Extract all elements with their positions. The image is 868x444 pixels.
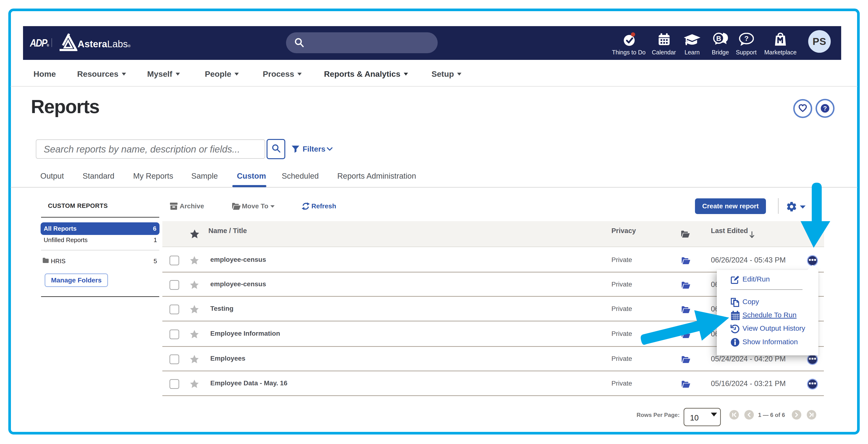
svg-text:?: ? [823, 105, 827, 112]
svg-text:?: ? [744, 34, 749, 42]
svg-text:B: B [716, 35, 721, 42]
